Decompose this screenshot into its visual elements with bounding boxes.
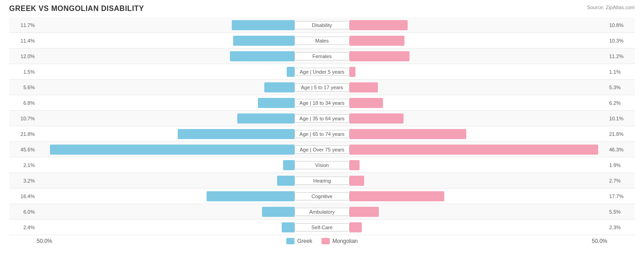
right-value: 5.3% xyxy=(607,85,635,90)
table-row: 2.1% Vision 1.9% xyxy=(9,157,635,173)
left-bar xyxy=(283,160,295,170)
right-bar xyxy=(349,145,598,155)
left-bar xyxy=(264,82,295,92)
right-value: 5.5% xyxy=(607,209,635,215)
right-bar xyxy=(349,176,364,186)
right-bar xyxy=(349,191,444,201)
left-value: 1.5% xyxy=(9,69,37,75)
right-bar xyxy=(349,129,466,139)
legend-color xyxy=(286,238,295,244)
table-row: 16.4% Cognitive 17.7% xyxy=(9,188,635,204)
left-value: 10.7% xyxy=(9,116,37,121)
right-bar xyxy=(349,207,379,217)
table-row: 2.4% Self-Care 2.3% xyxy=(9,220,635,235)
left-bar xyxy=(233,36,295,46)
right-value: 11.2% xyxy=(607,54,635,59)
left-bar xyxy=(237,113,295,124)
chart-area: 11.7% Disability 10.8% 11.4% xyxy=(9,17,635,235)
row-label: Age | 35 to 64 years xyxy=(295,114,349,123)
right-bar xyxy=(349,36,404,46)
row-label: Self-Care xyxy=(295,223,349,232)
legend-item: Mongolian xyxy=(322,238,358,244)
right-value: 21.8% xyxy=(607,131,635,137)
left-value: 11.7% xyxy=(9,22,37,28)
left-value: 3.2% xyxy=(9,178,37,183)
table-row: 21.8% Age | 65 to 74 years 21.8% xyxy=(9,126,635,142)
right-value: 46.3% xyxy=(607,147,635,152)
right-bar xyxy=(349,82,378,92)
left-bar xyxy=(230,51,295,61)
left-value: 45.6% xyxy=(9,147,37,152)
footer-left-label: 50.0% xyxy=(37,238,52,244)
chart-footer: 50.0% GreekMongolian 50.0% xyxy=(9,238,635,244)
left-value: 6.8% xyxy=(9,100,37,106)
left-bar xyxy=(282,222,295,232)
left-value: 5.6% xyxy=(9,85,37,90)
table-row: 1.5% Age | Under 5 years 1.1% xyxy=(9,64,635,80)
table-row: 3.2% Hearing 2.7% xyxy=(9,173,635,188)
table-row: 11.7% Disability 10.8% xyxy=(9,17,635,33)
right-value: 17.7% xyxy=(607,194,635,199)
right-bar xyxy=(349,98,383,108)
left-value: 16.4% xyxy=(9,194,37,199)
right-bar xyxy=(349,51,409,61)
table-row: 5.6% Age | 5 to 17 years 5.3% xyxy=(9,80,635,95)
footer-right-label: 50.0% xyxy=(592,238,607,244)
row-label: Age | 65 to 74 years xyxy=(295,130,349,138)
right-bar xyxy=(349,160,360,170)
right-value: 1.9% xyxy=(607,162,635,168)
row-label: Disability xyxy=(295,21,349,29)
row-label: Hearing xyxy=(295,177,349,185)
row-label: Vision xyxy=(295,161,349,169)
chart-title: GREEK VS MONGOLIAN DISABILITY xyxy=(9,5,144,13)
row-label: Cognitive xyxy=(295,192,349,200)
right-value: 10.3% xyxy=(607,38,635,43)
right-bar xyxy=(349,20,408,30)
table-row: 11.4% Males 10.3% xyxy=(9,33,635,48)
right-value: 6.2% xyxy=(607,100,635,106)
right-value: 2.3% xyxy=(607,225,635,230)
table-row: 12.0% Females 11.2% xyxy=(9,48,635,64)
table-row: 10.7% Age | 35 to 64 years 10.1% xyxy=(9,111,635,126)
left-value: 11.4% xyxy=(9,38,37,43)
left-value: 12.0% xyxy=(9,54,37,59)
left-bar xyxy=(287,67,295,77)
left-bar xyxy=(258,98,295,108)
legend-label: Mongolian xyxy=(333,238,358,244)
right-value: 2.7% xyxy=(607,178,635,183)
left-value: 6.0% xyxy=(9,209,37,215)
row-label: Age | 5 to 17 years xyxy=(295,83,349,92)
right-bar xyxy=(349,67,355,77)
table-row: 45.6% Age | Over 75 years 46.3% xyxy=(9,142,635,157)
legend-label: Greek xyxy=(297,238,312,244)
row-label: Age | 18 to 34 years xyxy=(295,99,349,107)
left-bar xyxy=(50,145,295,155)
left-value: 2.1% xyxy=(9,162,37,168)
legend-color xyxy=(322,238,330,244)
right-value: 10.1% xyxy=(607,116,635,121)
left-value: 21.8% xyxy=(9,131,37,137)
table-row: 6.0% Ambulatory 5.5% xyxy=(9,204,635,220)
right-value: 10.8% xyxy=(607,22,635,28)
legend-item: Greek xyxy=(286,238,312,244)
left-bar xyxy=(232,20,295,30)
row-label: Females xyxy=(295,52,349,60)
left-bar xyxy=(277,176,295,186)
chart-container: GREEK VS MONGOLIAN DISABILITY Source: Zi… xyxy=(9,5,635,244)
left-bar xyxy=(262,207,295,217)
row-label: Age | Over 75 years xyxy=(295,145,349,154)
source-label: Source: ZipAtlas.com xyxy=(587,5,635,10)
row-label: Age | Under 5 years xyxy=(295,68,349,76)
right-bar xyxy=(349,113,404,124)
row-label: Ambulatory xyxy=(295,208,349,216)
right-value: 1.1% xyxy=(607,69,635,75)
left-bar xyxy=(207,191,295,201)
row-label: Males xyxy=(295,37,349,45)
legend: GreekMongolian xyxy=(52,238,592,244)
right-bar xyxy=(349,222,362,232)
table-row: 6.8% Age | 18 to 34 years 6.2% xyxy=(9,95,635,111)
left-value: 2.4% xyxy=(9,225,37,230)
left-bar xyxy=(178,129,295,139)
